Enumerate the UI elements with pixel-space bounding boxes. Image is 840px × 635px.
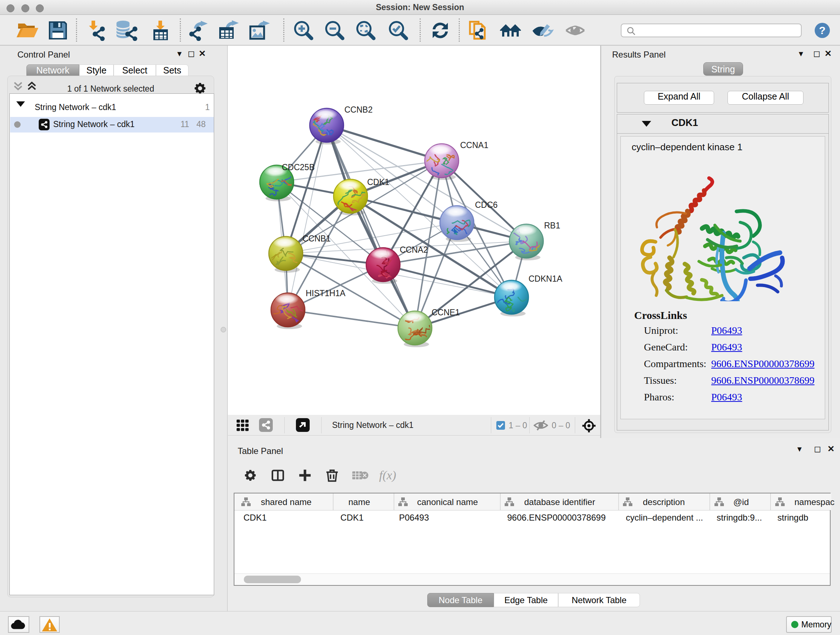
svg-text:CCNA1: CCNA1 [460,141,488,150]
svg-text:HIST1H1A: HIST1H1A [306,288,346,298]
svg-text:RB1: RB1 [544,221,561,230]
svg-text:CDKN1A: CDKN1A [529,274,562,283]
svg-text:CCNB1: CCNB1 [302,234,331,243]
svg-text:CDC25B: CDC25B [282,163,315,172]
svg-text:CDK1: CDK1 [367,177,389,187]
svg-text:CCNE1: CCNE1 [431,308,460,317]
svg-text:CCNA2: CCNA2 [400,245,428,255]
svg-text:CCNB2: CCNB2 [344,105,373,114]
svg-text:CDC6: CDC6 [475,200,498,210]
